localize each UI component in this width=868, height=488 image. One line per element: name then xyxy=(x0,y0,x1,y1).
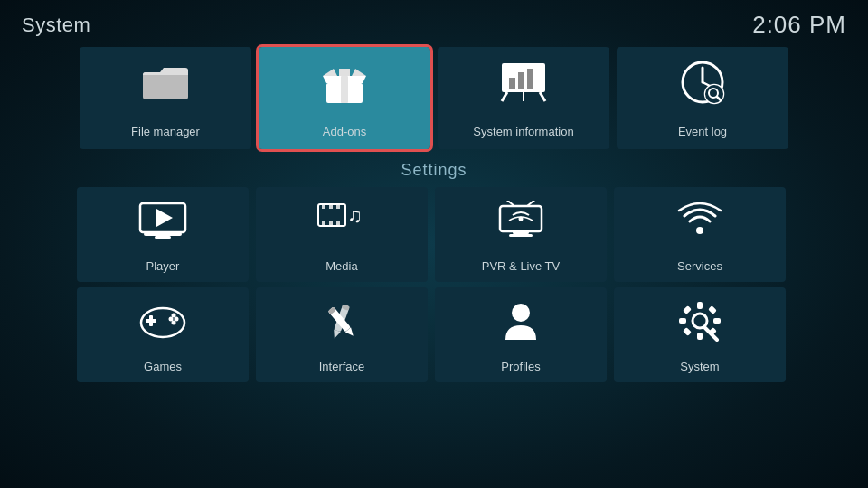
tile-add-ons[interactable]: Add-ons xyxy=(259,47,430,149)
svg-rect-7 xyxy=(527,69,533,89)
svg-point-40 xyxy=(169,317,174,322)
tile-event-log[interactable]: Event log xyxy=(617,47,788,149)
svg-point-41 xyxy=(175,317,179,322)
media-icon: ♫ xyxy=(256,187,428,254)
player-label: Player xyxy=(146,259,180,273)
system-information-label: System information xyxy=(473,125,573,138)
profiles-label: Profiles xyxy=(501,360,540,373)
tile-pvr-live-tv[interactable]: PVR & Live TV xyxy=(435,187,607,282)
tile-system[interactable]: System xyxy=(614,287,786,382)
svg-point-50 xyxy=(512,304,530,322)
svg-point-43 xyxy=(172,321,176,325)
svg-rect-58 xyxy=(683,327,692,336)
clock: 2:06 PM xyxy=(752,11,846,39)
tile-profiles[interactable]: Profiles xyxy=(435,287,607,382)
svg-point-35 xyxy=(519,217,524,221)
svg-rect-28 xyxy=(336,221,340,226)
media-label: Media xyxy=(326,259,357,273)
svg-rect-52 xyxy=(697,302,703,309)
services-icon xyxy=(614,187,786,254)
svg-marker-21 xyxy=(156,209,173,227)
tile-services[interactable]: Services xyxy=(614,187,786,282)
tile-player[interactable]: Player xyxy=(77,187,249,282)
svg-point-36 xyxy=(696,227,703,234)
add-ons-label: Add-ons xyxy=(323,125,366,138)
tile-system-information[interactable]: System information xyxy=(438,47,609,149)
games-icon xyxy=(77,287,249,354)
interface-label: Interface xyxy=(319,360,365,373)
file-manager-label: File manager xyxy=(131,125,200,138)
event-log-label: Event log xyxy=(678,125,727,138)
file-manager-icon xyxy=(80,47,251,117)
svg-rect-25 xyxy=(336,204,340,209)
svg-rect-6 xyxy=(518,72,524,89)
svg-rect-23 xyxy=(322,204,326,209)
pvr-icon xyxy=(435,187,607,254)
tile-media[interactable]: ♫ Media xyxy=(256,187,428,282)
player-icon xyxy=(77,187,249,254)
services-label: Services xyxy=(677,259,722,273)
settings-grid: Player ♫ xyxy=(0,187,868,382)
event-log-icon xyxy=(617,47,788,117)
settings-label: Settings xyxy=(0,161,868,180)
header: System 2:06 PM xyxy=(0,0,868,50)
svg-rect-2 xyxy=(339,69,350,76)
svg-rect-56 xyxy=(683,305,692,314)
svg-rect-55 xyxy=(713,318,721,324)
add-ons-icon xyxy=(259,47,430,117)
tile-file-manager[interactable]: File manager xyxy=(80,47,251,149)
svg-rect-24 xyxy=(329,204,333,209)
games-label: Games xyxy=(144,360,182,373)
svg-rect-19 xyxy=(144,232,182,236)
svg-text:♫: ♫ xyxy=(347,204,363,227)
top-row: File manager Add-ons xyxy=(0,47,868,149)
svg-rect-53 xyxy=(697,333,703,340)
system-label: System xyxy=(680,360,719,373)
system-icon xyxy=(614,287,786,354)
tile-interface[interactable]: Interface xyxy=(256,287,428,382)
svg-rect-31 xyxy=(513,231,529,234)
interface-icon xyxy=(256,287,428,354)
svg-point-42 xyxy=(172,314,176,318)
svg-rect-20 xyxy=(155,236,171,239)
svg-rect-54 xyxy=(679,318,686,324)
svg-line-9 xyxy=(540,92,545,101)
svg-rect-3 xyxy=(341,76,348,103)
svg-rect-57 xyxy=(708,305,717,314)
settings-section: Settings Player xyxy=(0,161,868,382)
svg-line-8 xyxy=(502,92,507,101)
app-title: System xyxy=(22,14,90,37)
svg-rect-26 xyxy=(322,221,326,226)
svg-rect-0 xyxy=(143,72,188,99)
pvr-label: PVR & Live TV xyxy=(482,259,560,273)
profiles-icon xyxy=(435,287,607,354)
svg-line-60 xyxy=(704,327,717,340)
settings-row-1: Player ♫ xyxy=(77,187,791,282)
tile-games[interactable]: Games xyxy=(77,287,249,382)
system-information-icon xyxy=(438,47,609,117)
svg-rect-32 xyxy=(509,234,533,237)
settings-row-2: Games xyxy=(77,287,791,382)
svg-rect-39 xyxy=(149,315,153,326)
svg-rect-27 xyxy=(329,221,333,226)
svg-rect-5 xyxy=(509,78,515,89)
